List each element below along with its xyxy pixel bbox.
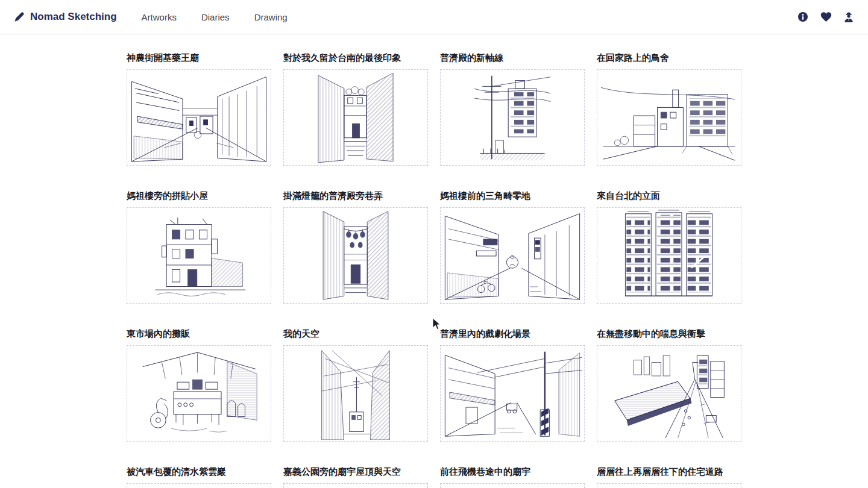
artwork-card[interactable]	[440, 69, 585, 166]
artwork-title: 對於我久留於台南的最後印象	[283, 52, 428, 63]
artwork-card[interactable]	[283, 207, 428, 304]
main-nav: Artworks Diaries Drawing	[142, 12, 288, 22]
artwork-card[interactable]	[127, 345, 271, 442]
artwork-item-5: 媽祖樓旁的拼貼小屋	[127, 190, 271, 304]
artwork-sketch-image	[619, 209, 719, 302]
artwork-card[interactable]	[440, 207, 585, 304]
heart-icon[interactable]	[820, 11, 832, 23]
artwork-sketch-image	[629, 485, 709, 488]
header-actions	[797, 11, 855, 23]
artwork-item-9: 東市場內的攤販	[127, 328, 271, 442]
artwork-sketch-image	[128, 71, 270, 164]
artwork-title: 普濟里內的戲劇化場景	[440, 328, 585, 339]
artwork-item-12: 在無盡移動中的喘息與衝擊	[597, 328, 741, 442]
nav-item-artworks[interactable]: Artworks	[142, 12, 177, 22]
artwork-sketch-image	[128, 485, 270, 488]
artwork-item-2: 對於我久留於台南的最後印象	[283, 52, 428, 166]
artwork-card[interactable]	[440, 483, 585, 488]
artwork-item-3: 普濟殿的新軸線	[440, 52, 585, 166]
artwork-card[interactable]	[597, 345, 741, 442]
artwork-card[interactable]	[127, 483, 271, 488]
artwork-card[interactable]	[597, 483, 741, 488]
pencil-icon	[13, 11, 25, 23]
artwork-item-1: 神農街開基藥王廟	[127, 52, 271, 166]
nav-item-drawing[interactable]: Drawing	[254, 12, 288, 22]
artwork-sketch-image	[598, 71, 740, 164]
gallery-page: 神農街開基藥王廟 對於我久留於台南的最後印象 普濟殿的新軸線 在回家路上的鳥舍	[127, 34, 741, 488]
artwork-title: 在回家路上的鳥舍	[597, 52, 741, 63]
brand-logo[interactable]: Nomad Sketching	[13, 11, 117, 23]
artwork-sketch-image	[608, 349, 731, 438]
artwork-item-8: 來自台北的立面	[597, 190, 741, 304]
brand-title: Nomad Sketching	[30, 11, 117, 23]
artwork-item-4: 在回家路上的鳥舍	[597, 52, 741, 166]
artwork-title: 在無盡移動中的喘息與衝擊	[597, 328, 741, 339]
nav-item-diaries[interactable]: Diaries	[201, 12, 230, 22]
artwork-item-7: 媽祖樓前的三角畸零地	[440, 190, 585, 304]
artwork-sketch-image	[316, 347, 395, 440]
artwork-sketch-image	[441, 485, 583, 488]
artwork-item-11: 普濟里內的戲劇化場景	[440, 328, 585, 442]
mouse-cursor	[432, 318, 441, 330]
user-icon[interactable]	[843, 11, 855, 23]
artwork-card[interactable]	[127, 207, 271, 304]
artwork-title: 神農街開基藥王廟	[127, 52, 271, 63]
artwork-title: 媽祖樓前的三角畸零地	[440, 190, 585, 201]
artwork-sketch-image	[137, 211, 260, 300]
artwork-card[interactable]	[283, 69, 428, 166]
artwork-title: 被汽車包覆的清水紫雲巖	[127, 466, 271, 477]
top-bar: Nomad Sketching Artworks Diaries Drawing	[0, 0, 868, 34]
artwork-card[interactable]	[597, 207, 741, 304]
artwork-item-16: 層層往上再層層往下的住宅道路	[597, 466, 741, 488]
artwork-sketch-image	[473, 71, 552, 164]
artwork-card[interactable]	[597, 69, 741, 166]
artwork-title: 東市場內的攤販	[127, 328, 271, 339]
artwork-card[interactable]	[440, 345, 585, 442]
artwork-title: 我的天空	[283, 328, 428, 339]
artwork-title: 來自台北的立面	[597, 190, 741, 201]
info-icon[interactable]	[797, 11, 809, 23]
artwork-sketch-image	[441, 347, 583, 440]
artwork-item-6: 掛滿燈籠的普濟殿旁巷弄	[283, 190, 428, 304]
artwork-grid: 神農街開基藥王廟 對於我久留於台南的最後印象 普濟殿的新軸線 在回家路上的鳥舍	[127, 52, 741, 488]
artwork-card[interactable]	[283, 483, 428, 488]
artwork-item-14: 嘉義公園旁的廟宇屋頂與天空	[283, 466, 428, 488]
artwork-item-15: 前往飛機巷途中的廟宇	[440, 466, 585, 488]
artwork-sketch-image	[285, 485, 427, 488]
artwork-title: 普濟殿的新軸線	[440, 52, 585, 63]
artwork-title: 掛滿燈籠的普濟殿旁巷弄	[283, 190, 428, 201]
artwork-title: 前往飛機巷途中的廟宇	[440, 466, 585, 477]
artwork-item-10: 我的天空	[283, 328, 428, 442]
artwork-title: 嘉義公園旁的廟宇屋頂與天空	[283, 466, 428, 477]
artwork-card[interactable]	[127, 69, 271, 166]
artwork-sketch-image	[441, 209, 583, 302]
artwork-sketch-image	[137, 349, 260, 438]
artwork-sketch-image	[316, 209, 395, 302]
artwork-title: 媽祖樓旁的拼貼小屋	[127, 190, 271, 201]
artwork-item-13: 被汽車包覆的清水紫雲巖	[127, 466, 271, 488]
artwork-title: 層層往上再層層往下的住宅道路	[597, 466, 741, 477]
artwork-card[interactable]	[283, 345, 428, 442]
artwork-sketch-image	[316, 71, 395, 164]
